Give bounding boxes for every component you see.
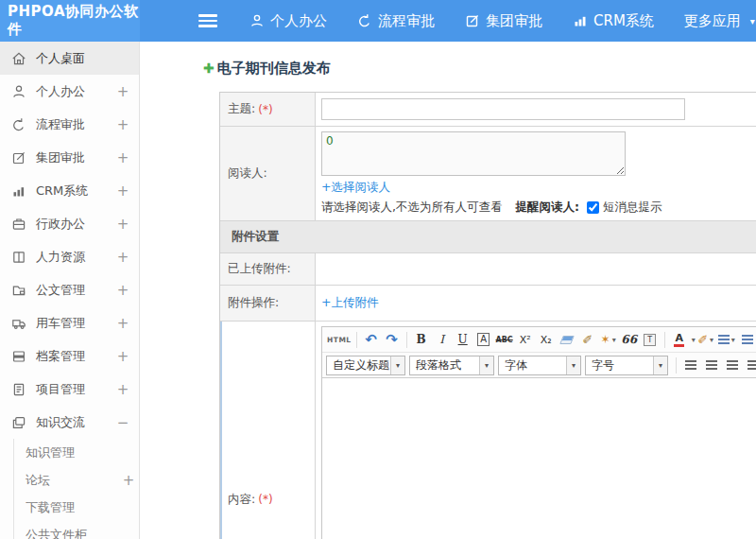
expand-icon[interactable]: + [116, 149, 129, 166]
required-marker: (*) [258, 103, 272, 116]
topnav-item-personal-office[interactable]: 个人办公 [249, 12, 327, 30]
archive-icon [11, 348, 27, 364]
font-size-select[interactable]: 字号 ▾ [585, 356, 668, 375]
align-justify-icon[interactable] [744, 356, 756, 375]
undo-button[interactable]: ↶ [362, 330, 381, 350]
attachment-section-header: 附件设置 [220, 221, 756, 253]
chart-icon [11, 183, 27, 199]
expand-icon[interactable]: + [116, 216, 129, 233]
magic-wand-icon[interactable]: ✶▾ [599, 330, 618, 350]
home-icon [11, 50, 27, 66]
highlight-color-icon[interactable]: ✐▾ [696, 330, 715, 350]
select-readers-link[interactable]: +选择阅读人 [321, 180, 406, 196]
source-code-button[interactable]: HTML [327, 330, 352, 350]
upload-attachment-link[interactable]: +上传附件 [321, 295, 756, 311]
expand-icon[interactable]: + [116, 116, 129, 133]
readers-row: 阅读人: 0 +选择阅读人 请选择阅读人,不选为所有人可查看 提醒阅读人: 短消… [220, 127, 756, 221]
readers-label: 阅读人: [220, 127, 316, 220]
sidebar-subitem-download-management[interactable]: 下载管理 [14, 494, 139, 521]
topnav-item-crm[interactable]: CRM系统 [573, 12, 654, 30]
font-family-select[interactable]: 字体 ▾ [498, 356, 581, 375]
expand-icon[interactable]: + [116, 348, 129, 365]
align-right-icon[interactable] [723, 356, 742, 375]
sms-remind-checkbox[interactable] [587, 201, 599, 214]
expand-icon[interactable]: + [116, 183, 129, 200]
sidebar-item-archive-management[interactable]: 档案管理 + [0, 339, 139, 373]
sidebar-item-group-approval[interactable]: 集团审批 + [0, 141, 139, 174]
sidebar-subitem-public-file-cabinet[interactable]: 公共文件柜 [14, 521, 139, 539]
editor-content-area[interactable] [322, 378, 756, 539]
chevron-down-icon: ▾ [653, 356, 667, 374]
expand-icon[interactable]: + [116, 83, 129, 100]
readers-textarea[interactable]: 0 [321, 131, 626, 176]
readers-hint: 请选择阅读人,不选为所有人可查看 提醒阅读人: 短消息提示 [321, 200, 756, 216]
chart-icon [573, 13, 588, 28]
sidebar-item-admin-office[interactable]: 行政办公 + [0, 207, 139, 240]
ordered-list-icon[interactable]: ▾ [717, 330, 736, 350]
sidebar-item-vehicle-management[interactable]: 用车管理 + [0, 306, 139, 339]
flow-icon [11, 116, 27, 132]
folder-icon [11, 282, 27, 298]
sidebar-item-personal-desktop[interactable]: 个人桌面 [0, 42, 139, 75]
underline-button[interactable]: U [454, 330, 472, 350]
remind-readers-label: 提醒阅读人: [515, 200, 579, 216]
flow-icon [357, 13, 372, 28]
sidebar-item-crm[interactable]: CRM系统 + [0, 174, 139, 207]
briefcase-icon [11, 216, 27, 232]
app-logo: PHPOA协同办公软件 [0, 0, 140, 42]
format-brush-icon[interactable]: ✐ [578, 330, 597, 350]
collapse-icon[interactable]: − [116, 414, 129, 431]
custom-heading-select[interactable]: 自定义标题 ▾ [326, 356, 405, 375]
expand-icon[interactable]: + [116, 315, 129, 332]
expand-icon[interactable]: + [116, 381, 129, 398]
toolbar-separator [406, 332, 407, 348]
layers-icon [11, 414, 27, 430]
sidebar-item-document-management[interactable]: 公文管理 + [0, 273, 139, 306]
required-marker: (*) [258, 493, 272, 506]
topnav-item-more-apps[interactable]: 更多应用 [684, 12, 741, 30]
font-style-button[interactable]: A [474, 330, 493, 350]
page-title: ✚ 电子期刊信息发布 [203, 57, 756, 79]
sidebar-item-personal-office[interactable]: 个人办公 + [0, 75, 139, 108]
subject-input[interactable] [321, 98, 685, 120]
topnav-item-group-approval[interactable]: 集团审批 [465, 12, 542, 30]
toolbar-separator [676, 357, 677, 374]
uploaded-attachments-label: 已上传附件: [220, 253, 316, 285]
sidebar-subitem-forum[interactable]: 论坛 + [14, 466, 139, 494]
chevron-down-icon[interactable]: ▾ [750, 16, 755, 26]
topnav-item-workflow-approval[interactable]: 流程审批 [357, 12, 435, 30]
sidebar-item-knowledge-exchange[interactable]: 知识交流 − [0, 406, 139, 439]
unordered-list-icon[interactable] [738, 330, 756, 350]
expand-icon[interactable]: + [122, 472, 135, 489]
redo-button[interactable]: ↷ [383, 330, 402, 350]
subscript-button[interactable]: X₂ [537, 330, 556, 350]
italic-button[interactable]: I [433, 330, 452, 350]
expand-icon[interactable]: + [116, 249, 129, 266]
sidebar-item-project-management[interactable]: 项目管理 + [0, 373, 139, 406]
superscript-button[interactable]: X² [516, 330, 535, 350]
font-color-button[interactable]: A [670, 330, 689, 350]
plus-icon: ✚ [203, 61, 215, 76]
chevron-down-icon[interactable]: ▾ [692, 336, 696, 344]
align-left-icon[interactable] [681, 356, 700, 375]
sidebar-submenu-knowledge: 知识管理 论坛 + 下载管理 公共文件柜 [13, 439, 139, 539]
eraser-icon[interactable] [558, 330, 576, 350]
strikethrough-button[interactable]: ABC [495, 330, 514, 350]
hamburger-menu-icon[interactable] [198, 11, 217, 30]
editor-toolbar-row2: 自定义标题 ▾ 段落格式 ▾ 字体 ▾ [322, 353, 756, 378]
person-icon [249, 13, 265, 28]
expand-icon[interactable]: + [116, 282, 129, 299]
align-center-icon[interactable] [702, 356, 721, 375]
blockquote-button[interactable]: 66 [620, 330, 639, 350]
person-icon [11, 83, 27, 99]
sidebar-item-human-resources[interactable]: 人力资源 + [0, 240, 139, 273]
subject-row: 主题: (*) [220, 93, 756, 127]
paragraph-format-select[interactable]: 段落格式 ▾ [409, 356, 494, 375]
sidebar-item-workflow-approval[interactable]: 流程审批 + [0, 108, 139, 141]
uploaded-attachments-row: 已上传附件: [220, 253, 756, 286]
content-label: 内容: (*) [220, 322, 316, 539]
sidebar-subitem-knowledge-management[interactable]: 知识管理 [14, 439, 139, 466]
paste-as-text-icon[interactable]: T [641, 330, 660, 350]
sms-remind-label: 短消息提示 [603, 200, 662, 216]
bold-button[interactable]: B [412, 330, 431, 350]
